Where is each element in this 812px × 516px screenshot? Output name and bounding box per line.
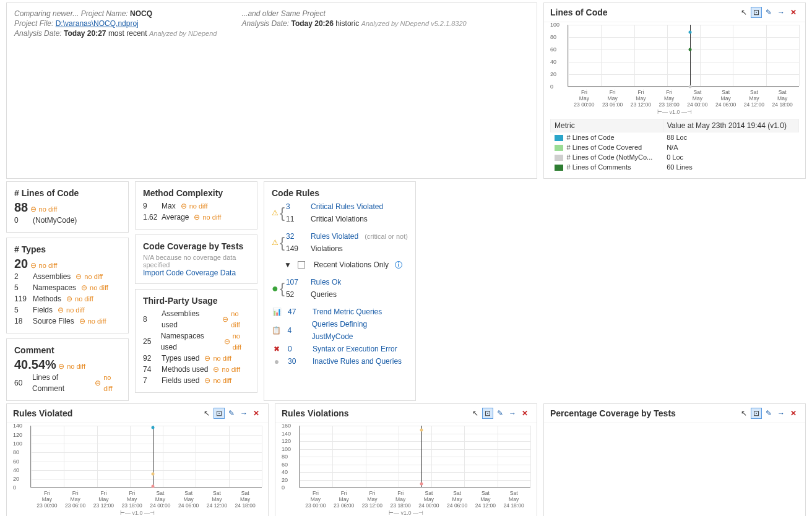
- edit-icon[interactable]: ✎: [226, 408, 237, 419]
- ok-n[interactable]: 107: [286, 276, 304, 288]
- comment-sub-nodiff: no diff: [95, 372, 121, 394]
- stat-lbl: Namespaces used: [161, 330, 219, 353]
- stat-n: 9: [143, 200, 157, 212]
- comment-title: Comment: [14, 345, 121, 355]
- older-label: ...and older: [241, 9, 279, 18]
- error-icon: ✖: [272, 343, 282, 355]
- loc-sub-n: 0: [14, 215, 28, 226]
- close-icon[interactable]: ✕: [251, 408, 262, 419]
- chart-coverage-pct: Percentage Coverage by Tests ↖ ⊡ ✎ → ✕ M…: [543, 403, 806, 516]
- loc-value: 88: [14, 200, 28, 214]
- stat-lbl: Types used: [162, 353, 199, 364]
- zoom-icon[interactable]: ⊡: [214, 408, 225, 419]
- stat-n: 5: [14, 282, 28, 293]
- coverage-import-link[interactable]: Import Code Coverage Data: [143, 269, 236, 277]
- comment-sub-n: 60: [14, 377, 27, 389]
- metric-value: 0 Loc: [663, 152, 798, 162]
- export-icon[interactable]: →: [775, 7, 787, 18]
- stat-nodiff: no diff: [204, 375, 231, 386]
- filter-icon: ▼: [284, 259, 292, 271]
- close-icon[interactable]: ✕: [788, 7, 799, 18]
- stat-nodiff: no diff: [204, 353, 231, 364]
- stat-nodiff: no diff: [76, 271, 103, 282]
- export-icon[interactable]: →: [238, 408, 249, 419]
- project-file-link[interactable]: D:\varanas\NOCQ.ndproj: [56, 19, 139, 28]
- same-project: Same Project: [281, 9, 326, 18]
- edit-icon[interactable]: ✎: [495, 408, 506, 419]
- stat-n: 1.62: [143, 212, 157, 223]
- comment-nodiff: no diff: [58, 362, 85, 371]
- close-icon[interactable]: ✕: [519, 408, 530, 419]
- zoom-icon[interactable]: ⊡: [482, 408, 493, 419]
- stat-nodiff: no diff: [66, 293, 93, 304]
- stat-lbl: Fields: [33, 304, 53, 316]
- edit-icon[interactable]: ✎: [763, 408, 774, 419]
- zoom-icon[interactable]: ⊡: [751, 408, 762, 419]
- viol-rules-lbl[interactable]: Rules Violated: [311, 230, 358, 243]
- loc-title: # Lines of Code: [14, 188, 121, 198]
- older-suffix: historic: [335, 19, 359, 28]
- stat-lbl: Source Files: [33, 316, 74, 327]
- q-n: 52: [286, 288, 304, 301]
- ok-lbl[interactable]: Rules Ok: [311, 276, 341, 288]
- card-comment: Comment 40.54% no diff 60 Lines of Comme…: [6, 338, 129, 401]
- trend-lbl[interactable]: Trend Metric Queries: [313, 306, 382, 318]
- jmc-icon: 📋: [272, 324, 282, 337]
- stat-lbl: Assemblies used: [162, 308, 217, 330]
- th-value: Value at May 23th 2014 19:44 (v1.0): [663, 119, 798, 132]
- warning-icon: ⚠: [272, 209, 279, 217]
- export-icon[interactable]: →: [507, 408, 518, 419]
- types-title: # Types: [14, 244, 121, 254]
- stat-lbl: Fields used: [162, 375, 199, 386]
- ok-icon: ●: [272, 282, 279, 295]
- project-name: NOCQ: [130, 9, 152, 18]
- close-icon[interactable]: ✕: [788, 408, 799, 419]
- err-n[interactable]: 0: [288, 343, 306, 355]
- edit-icon[interactable]: ✎: [763, 7, 774, 18]
- viol-rules-n[interactable]: 32: [286, 230, 304, 243]
- info-icon[interactable]: i: [395, 261, 402, 269]
- stat-lbl: Average: [162, 212, 189, 223]
- stat-n: 5: [14, 304, 28, 316]
- export-icon[interactable]: →: [775, 408, 787, 419]
- inact-n[interactable]: 30: [288, 355, 306, 368]
- crit-rules-n[interactable]: 3: [286, 200, 304, 213]
- card-code-rules: Code Rules ⚠ { 3Critical Rules Violated …: [264, 181, 416, 401]
- err-lbl[interactable]: Syntax or Execution Error: [313, 343, 397, 355]
- cursor-icon[interactable]: ↖: [470, 408, 481, 419]
- trend-n[interactable]: 47: [288, 306, 306, 318]
- metric-row: # Lines of Code Covered: [551, 142, 663, 152]
- jmc-lbl[interactable]: Queries Defining JustMyCode: [312, 318, 408, 343]
- older-date: Today 20:26: [291, 19, 333, 28]
- analysis-suffix: most recent: [108, 29, 147, 38]
- stat-nodiff: no diff: [181, 200, 208, 212]
- recent-violations-checkbox[interactable]: [298, 261, 305, 269]
- metric-value: 60 Lines: [663, 162, 798, 172]
- warning-icon: ⚠: [272, 238, 279, 247]
- card-third-party: Third-Party Usage 8Assemblies usedno dif…: [135, 289, 257, 393]
- analyzed-by-2: Analyzed by NDepend v5.2.1.8320: [361, 20, 467, 27]
- stat-n: 119: [14, 293, 28, 304]
- older-date-label: Analysis Date:: [241, 19, 289, 28]
- comment-value: 40.54%: [14, 358, 56, 371]
- cursor-icon[interactable]: ↖: [738, 408, 749, 419]
- cursor-icon[interactable]: ↖: [738, 7, 749, 18]
- comparing-label: Comparing newer...: [14, 9, 79, 18]
- stat-lbl: Methods used: [162, 364, 208, 375]
- stat-lbl: Namespaces: [33, 282, 76, 293]
- stat-nodiff: no diff: [194, 212, 221, 223]
- loc-nodiff: no diff: [30, 205, 58, 213]
- jmc-n[interactable]: 4: [288, 324, 306, 337]
- stat-nodiff: no diff: [79, 316, 106, 327]
- crit-viol-lbl: Critical Violations: [311, 213, 368, 225]
- chart-title: Rules Violations: [282, 408, 349, 418]
- stat-n: 7: [143, 375, 157, 386]
- trend-icon: 📊: [272, 306, 282, 318]
- stat-nodiff: no diff: [58, 304, 85, 316]
- chart-title: Rules Violated: [13, 408, 72, 418]
- crit-rules-lbl[interactable]: Critical Rules Violated: [311, 200, 383, 213]
- zoom-icon[interactable]: ⊡: [751, 7, 762, 18]
- inact-lbl[interactable]: Inactive Rules and Queries: [313, 355, 402, 368]
- stat-lbl: Max: [162, 200, 176, 212]
- cursor-icon[interactable]: ↖: [201, 408, 212, 419]
